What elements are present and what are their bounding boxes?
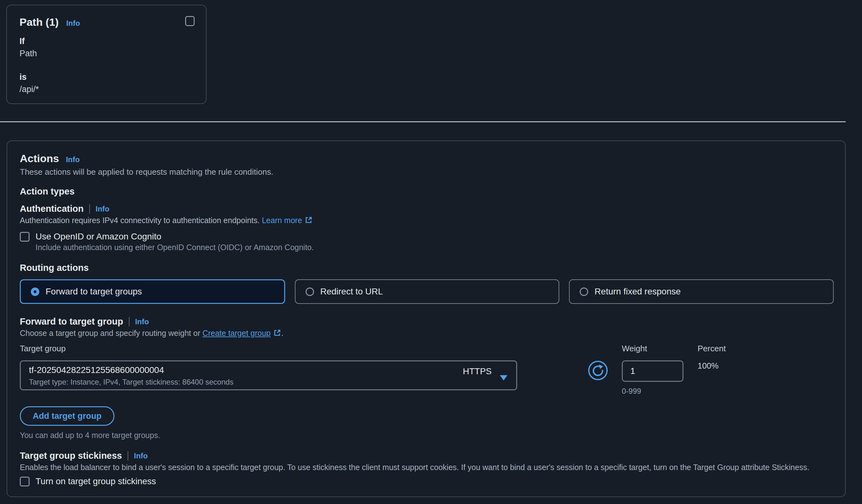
weight-range-hint: 0-999: [622, 387, 683, 396]
heading-divider: [89, 204, 90, 214]
condition-info-link[interactable]: Info: [66, 19, 80, 28]
target-group-row: Target group tf-202504282251255686000000…: [20, 344, 834, 396]
percent-column: Percent 100%: [697, 344, 726, 371]
condition-value: /api/*: [19, 84, 195, 94]
target-group-selected-value: tf-20250428225125568600000004: [29, 365, 516, 375]
target-group-label: Target group: [20, 344, 517, 354]
use-openid-label: Use OpenID or Amazon Cognito: [36, 231, 161, 242]
external-link-icon: [305, 216, 313, 226]
stickiness-heading-row: Target group stickiness Info: [20, 451, 834, 461]
condition-type: Path: [19, 49, 195, 58]
routing-option-fixed-response[interactable]: Return fixed response: [569, 279, 834, 304]
refresh-icon: [588, 360, 608, 381]
routing-option-forward[interactable]: Forward to target groups: [20, 279, 285, 304]
create-target-group-link[interactable]: Create target group: [203, 329, 282, 337]
stickiness-description: Enables the load balancer to bind a user…: [20, 463, 834, 472]
routing-actions-heading: Routing actions: [20, 263, 834, 273]
heading-divider: [129, 317, 130, 327]
target-group-details: Target type: Instance, IPv4, Target stic…: [29, 378, 516, 386]
condition-if-label: If: [19, 37, 195, 46]
condition-is-label: is: [19, 72, 195, 82]
routing-option-redirect[interactable]: Redirect to URL: [295, 279, 560, 304]
use-openid-checkbox[interactable]: [20, 232, 29, 242]
stickiness-checkbox-label: Turn on target group stickiness: [36, 476, 156, 487]
chevron-down-icon: [500, 375, 507, 381]
actions-description: These actions will be applied to request…: [20, 167, 834, 177]
learn-more-link[interactable]: Learn more: [262, 216, 313, 225]
actions-info-link[interactable]: Info: [66, 155, 80, 164]
condition-card-header: Path (1) Info: [19, 16, 195, 28]
weight-column: Weight 0-999: [622, 344, 683, 396]
stickiness-toggle-row: Turn on target group stickiness: [20, 476, 834, 487]
add-target-group-hint: You can add up to 4 more target groups.: [20, 431, 834, 440]
radio-selected-icon[interactable]: [31, 288, 39, 296]
authentication-heading-row: Authentication Info: [20, 203, 834, 214]
target-group-select[interactable]: tf-20250428225125568600000004 Target typ…: [20, 360, 517, 390]
forward-heading: Forward to target group: [20, 316, 123, 327]
radio-unselected-icon[interactable]: [580, 288, 588, 296]
stickiness-heading: Target group stickiness: [20, 451, 122, 461]
forward-description: Choose a target group and specify routin…: [20, 329, 834, 339]
weight-input[interactable]: [622, 360, 683, 382]
condition-select-checkbox[interactable]: [185, 16, 195, 26]
weight-label: Weight: [622, 344, 683, 354]
section-divider: [0, 121, 846, 122]
actions-header: Actions Info: [20, 152, 834, 165]
condition-title: Path (1): [19, 16, 59, 28]
percent-label: Percent: [697, 344, 726, 354]
authentication-info-link[interactable]: Info: [95, 204, 109, 213]
stickiness-info-link[interactable]: Info: [134, 452, 148, 460]
use-openid-description: Include authentication using either Open…: [36, 243, 834, 252]
heading-divider: [128, 451, 128, 461]
authentication-heading: Authentication: [20, 203, 83, 214]
external-link-icon: [273, 329, 282, 339]
target-group-column: Target group tf-202504282251255686000000…: [20, 344, 517, 390]
actions-panel: Actions Info These actions will be appli…: [6, 141, 846, 497]
target-group-protocol: HTTPS: [463, 366, 492, 376]
forward-info-link[interactable]: Info: [135, 317, 149, 326]
refresh-button[interactable]: [588, 360, 608, 381]
authentication-description: Authentication requires IPv4 connectivit…: [20, 216, 834, 226]
forward-heading-row: Forward to target group Info: [20, 316, 834, 327]
stickiness-checkbox[interactable]: [20, 477, 29, 487]
use-openid-row: Use OpenID or Amazon Cognito: [20, 231, 834, 242]
actions-title: Actions: [20, 152, 59, 165]
action-types-heading: Action types: [20, 186, 834, 197]
routing-options-group: Forward to target groups Redirect to URL…: [20, 279, 834, 304]
add-target-group-button[interactable]: Add target group: [20, 406, 115, 426]
radio-unselected-icon[interactable]: [305, 288, 314, 296]
path-condition-card: Path (1) Info If Path is /api/*: [6, 5, 207, 104]
percent-value: 100%: [697, 361, 726, 371]
